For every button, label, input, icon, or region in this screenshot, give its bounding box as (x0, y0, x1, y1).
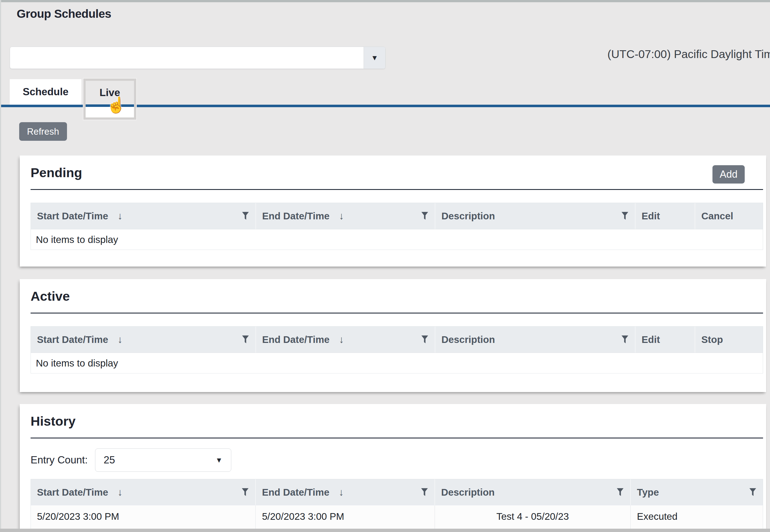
column-header-end-datetime[interactable]: End Date/Time ↓ (256, 327, 435, 353)
chevron-down-icon: ▼ (216, 456, 223, 465)
column-header-start-datetime[interactable]: Start Date/Time ↓ (31, 327, 256, 353)
section-divider (31, 313, 763, 313)
sort-descending-icon[interactable]: ↓ (339, 486, 344, 498)
column-header-description[interactable]: Description (435, 203, 636, 229)
active-section: Active Start Date/Time ↓ End Date/Time ↓… (20, 279, 766, 392)
entry-count-select[interactable]: 25 ▼ (95, 448, 231, 472)
filter-icon[interactable] (421, 488, 428, 497)
history-section-title: History (31, 404, 763, 429)
history-table-row: 5/20/2023 3:00 PM 5/20/2023 3:00 PM Test… (31, 505, 763, 529)
pending-table: Start Date/Time ↓ End Date/Time ↓ Descri… (31, 203, 763, 250)
filter-icon[interactable] (421, 335, 429, 344)
column-header-description[interactable]: Description (435, 327, 636, 353)
filter-icon[interactable] (242, 335, 249, 344)
window-left-edge (0, 0, 1, 532)
active-table-header: Start Date/Time ↓ End Date/Time ↓ Descri… (31, 327, 763, 353)
chevron-down-icon: ▼ (371, 54, 378, 62)
tab-schedule[interactable]: Schedule (10, 79, 81, 105)
history-table: Start Date/Time ↓ End Date/Time ↓ Descri… (31, 479, 763, 530)
sort-descending-icon[interactable]: ↓ (117, 334, 122, 345)
filter-icon[interactable] (241, 488, 249, 497)
column-header-end-datetime[interactable]: End Date/Time ↓ (256, 479, 435, 505)
pending-table-header: Start Date/Time ↓ End Date/Time ↓ Descri… (31, 203, 763, 229)
filter-icon[interactable] (621, 212, 629, 220)
pending-empty-row: No items to display (31, 229, 763, 250)
history-cell-description: Test 4 - 05/20/23 (435, 505, 631, 529)
horizontal-scrollbar[interactable] (0, 529, 770, 532)
active-empty-row: No items to display (31, 353, 763, 373)
sort-descending-icon[interactable]: ↓ (339, 334, 344, 345)
section-divider (31, 438, 763, 438)
history-table-header: Start Date/Time ↓ End Date/Time ↓ Descri… (31, 479, 763, 505)
history-cell-start: 5/20/2023 3:00 PM (31, 505, 256, 529)
filter-icon[interactable] (242, 212, 249, 220)
tabstrip: Schedule Live ☝ (0, 79, 770, 120)
history-section: History Entry Count: 25 ▼ Start Date/Tim… (20, 404, 766, 532)
column-header-stop: Stop (695, 327, 763, 353)
history-cell-type: Executed (631, 505, 763, 529)
column-header-description[interactable]: Description (435, 479, 631, 505)
active-section-title: Active (31, 279, 763, 304)
sort-descending-icon[interactable]: ↓ (339, 210, 344, 222)
filter-icon[interactable] (749, 488, 757, 497)
filter-icon[interactable] (621, 335, 629, 344)
group-selector-value[interactable] (10, 47, 364, 69)
pending-section-title: Pending (31, 155, 763, 180)
group-selector-dropdown-button[interactable]: ▼ (364, 47, 385, 69)
hand-cursor-icon: ☝ (106, 96, 126, 114)
refresh-button[interactable]: Refresh (19, 122, 67, 141)
pending-section: Pending Add Start Date/Time ↓ End Date/T… (20, 155, 766, 267)
page-title: Group Schedules (17, 7, 111, 21)
column-header-type[interactable]: Type (631, 479, 763, 505)
active-table: Start Date/Time ↓ End Date/Time ↓ Descri… (31, 326, 763, 373)
section-divider (31, 189, 763, 190)
filter-icon[interactable] (616, 488, 624, 497)
entry-count-label: Entry Count: (31, 454, 88, 466)
column-header-start-datetime[interactable]: Start Date/Time ↓ (31, 203, 256, 229)
column-header-edit: Edit (636, 203, 695, 229)
group-selector-combobox[interactable]: ▼ (10, 47, 386, 69)
filter-icon[interactable] (421, 212, 429, 220)
column-header-start-datetime[interactable]: Start Date/Time ↓ (31, 479, 256, 505)
entry-count-row: Entry Count: 25 ▼ (31, 448, 763, 472)
entry-count-value: 25 (104, 454, 115, 466)
timezone-label: (UTC-07:00) Pacific Daylight Time (608, 48, 770, 61)
column-header-cancel: Cancel (695, 203, 763, 229)
column-header-edit: Edit (636, 327, 695, 353)
sort-descending-icon[interactable]: ↓ (117, 486, 122, 498)
window-top-edge (0, 0, 770, 2)
add-schedule-button[interactable]: Add (713, 165, 745, 184)
history-cell-end: 5/20/2023 3:00 PM (256, 505, 435, 529)
column-header-end-datetime[interactable]: End Date/Time ↓ (256, 203, 435, 229)
sort-descending-icon[interactable]: ↓ (117, 210, 122, 222)
